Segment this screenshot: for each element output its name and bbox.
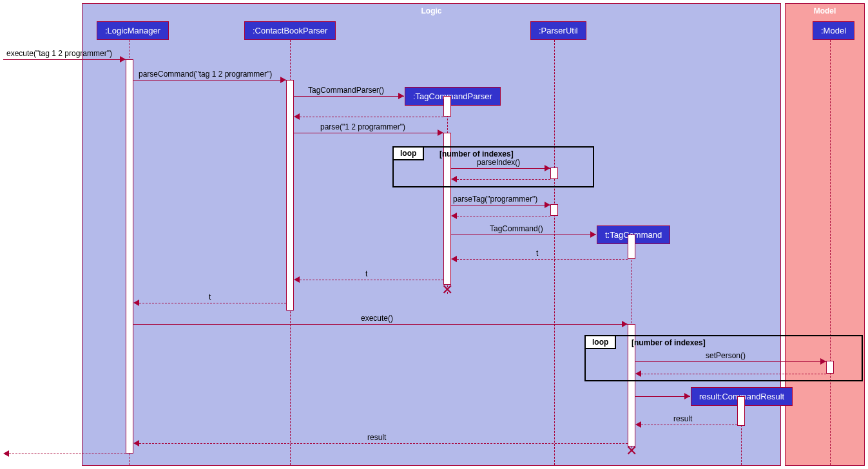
arrowhead-tcp-ctor [398, 93, 404, 99]
arrowhead-ret-result2 [133, 440, 139, 446]
arrow-ret-t3 [139, 303, 286, 303]
activation-tcp-ctor [443, 96, 451, 117]
arrow-final-ret [9, 454, 126, 454]
arrowhead-final-ret [3, 450, 9, 457]
arrow-parse [294, 133, 443, 133]
msg-ret-t2: t [365, 269, 367, 278]
msg-tcp-ctor: TagCommandParser() [308, 86, 384, 95]
arrowhead-ret-t3 [133, 300, 139, 306]
arrow-exec-entry [3, 59, 126, 60]
loop-tab-2: loop [586, 336, 616, 349]
model-container: Model [785, 3, 865, 466]
activation-contact-book-parser [286, 80, 294, 311]
lifeline-parser-util [554, 40, 555, 465]
arrow-ret-t1 [457, 259, 628, 260]
loop-tab-1: loop [394, 148, 424, 160]
arrowhead-ret-t1 [451, 256, 457, 262]
participant-tag-command-parser: :TagCommandParser [405, 87, 501, 106]
arrow-ret-result1 [641, 425, 737, 425]
arrowhead-exec-entry [120, 56, 126, 62]
loop-cond-2: [number of indexes] [632, 338, 706, 347]
arrow-ret-result2 [139, 443, 628, 444]
arrow-parse-tag-ret [457, 216, 550, 216]
arrowhead-tag-command-ctor [590, 231, 596, 238]
msg-parse-tag: parseTag("programmer") [453, 195, 537, 204]
arrowhead-parse [438, 129, 443, 136]
arrow-parse-tag [451, 205, 550, 206]
loop-frame-1: loop [number of indexes] [392, 146, 594, 187]
participant-logic-manager: :LogicManager [97, 21, 169, 40]
arrowhead-create-cr [684, 393, 690, 399]
arrow-parse-command [133, 80, 286, 81]
arrow-ret-t2 [300, 280, 443, 280]
msg-tag-command-ctor: TagCommand() [490, 224, 543, 233]
arrow-parse-index-ret [457, 179, 550, 180]
arrow-tcp-ctor [294, 96, 404, 97]
msg-ret-t1: t [536, 249, 538, 258]
loop-cond-1: [number of indexes] [439, 149, 514, 158]
msg-ret-t3: t [209, 292, 211, 302]
lifeline-model [830, 40, 831, 465]
participant-model: :Model [813, 21, 854, 40]
activation-tagcommand-ctor [628, 235, 635, 259]
arrowhead-ret-t2 [294, 276, 300, 283]
msg-parse: parse("1 2 programmer") [320, 122, 405, 131]
arrow-create-cr [635, 396, 690, 397]
destroy-tcp: ✕ [441, 283, 454, 296]
arrow-tag-command-ctor [451, 235, 596, 235]
arrow-set-person-ret [641, 374, 826, 374]
participant-parser-util: :ParserUtil [530, 21, 586, 40]
arrowhead-parse-index-ret [451, 176, 457, 182]
msg-exec-entry: execute("tag 1 2 programmer") [6, 49, 112, 58]
msg-set-person: setPerson() [706, 351, 746, 360]
activation-logic-manager [126, 59, 133, 454]
arrowhead-set-person-ret [635, 370, 641, 377]
msg-parse-command: parseCommand("tag 1 2 programmer") [139, 70, 272, 79]
msg-parse-index: parseIndex() [477, 158, 520, 167]
msg-ret-result2: result [367, 433, 386, 442]
msg-ret-result1: result [673, 414, 692, 423]
arrowhead-parse-command [280, 77, 286, 83]
msg-execute-call: execute() [361, 314, 393, 323]
arrow-parse-index [451, 168, 550, 169]
arrow-set-person [635, 361, 826, 362]
model-title: Model [786, 4, 864, 18]
destroy-tag-command: ✕ [625, 445, 638, 457]
activation-command-result [737, 396, 745, 426]
arrowhead-parse-tag [545, 202, 550, 208]
activation-parser-util-2 [550, 204, 558, 216]
arrowhead-parse-tag-ret [451, 213, 457, 219]
arrow-tcp-ctor-ret [300, 117, 443, 117]
participant-contact-book-parser: :ContactBookParser [244, 21, 336, 40]
arrowhead-ret-result1 [635, 421, 641, 428]
arrow-execute-call [133, 324, 628, 325]
arrowhead-set-person [820, 358, 826, 365]
logic-title: Logic [82, 4, 780, 18]
arrowhead-execute-call [622, 321, 628, 327]
arrowhead-parse-index [545, 165, 550, 171]
arrowhead-tcp-ctor-ret [294, 113, 300, 120]
